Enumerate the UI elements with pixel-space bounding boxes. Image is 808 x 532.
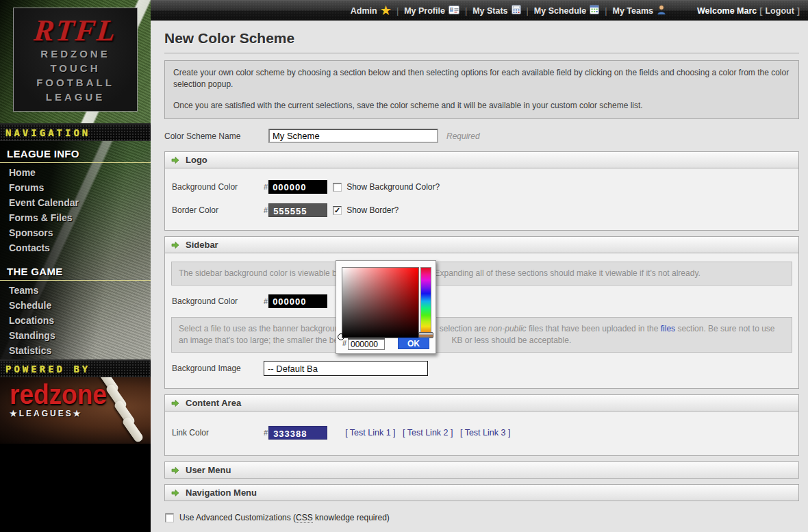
- advanced-customizations-checkbox[interactable]: [165, 514, 174, 522]
- show-border-checkbox[interactable]: ✓: [333, 206, 342, 215]
- topbar-my-teams-label: My Teams: [612, 6, 653, 16]
- section-header-user-menu[interactable]: User Menu: [164, 461, 799, 479]
- background-image-label: Background Image: [172, 364, 264, 373]
- green-arrow-icon: [171, 241, 179, 249]
- vcard-icon: [449, 5, 459, 16]
- top-user-bar: Admin ★ | My Profile | My Stats | My Sch…: [151, 0, 808, 21]
- border-color-label: Border Color: [172, 205, 264, 215]
- welcome-text: Welcome Marc: [697, 6, 757, 16]
- sidebar-heading-league-info: LEAGUE INFO: [0, 146, 151, 163]
- sidebar-item-sponsors[interactable]: Sponsors: [0, 225, 151, 240]
- banner-note-fragment: KB or less should be acceptable.: [451, 335, 571, 345]
- test-links: [ Test Link 1 ] [ Test Link 2 ] [ Test L…: [345, 428, 515, 438]
- checkmark: ✓: [334, 207, 340, 214]
- sidebar-item-locations[interactable]: Locations: [0, 313, 151, 328]
- show-background-color-label: Show Background Color?: [346, 182, 440, 192]
- sidebar-item-contacts[interactable]: Contacts: [0, 240, 151, 255]
- intro-paragraph-1: Create your own color scheme by choosing…: [173, 67, 790, 90]
- section-body-logo: Background Color # 000000 Show Backgroun…: [164, 168, 799, 231]
- sidebar-item-schedule[interactable]: Schedule: [0, 298, 151, 313]
- sidebar-item-teams[interactable]: Teams: [0, 283, 151, 298]
- files-link[interactable]: files: [661, 324, 675, 333]
- intro-paragraph-2: Once you are satisfied with the current …: [173, 100, 790, 112]
- sidebar-item-forums[interactable]: Forums: [0, 180, 151, 195]
- section-header-logo[interactable]: Logo: [164, 151, 799, 168]
- topbar-my-profile[interactable]: My Profile: [404, 5, 459, 16]
- background-image-row: Background Image -- Default Ba: [172, 361, 793, 376]
- show-background-color-checkbox[interactable]: [333, 183, 342, 192]
- powered-by-banner: POWERED BY: [0, 359, 151, 377]
- test-link-1[interactable]: [ Test Link 1 ]: [345, 428, 395, 438]
- section-body-content-area: Link Color # 333388 [ Test Link 1 ] [ Te…: [164, 411, 799, 456]
- section-header-navigation-menu[interactable]: Navigation Menu: [164, 484, 799, 501]
- picker-ok-button[interactable]: OK: [398, 338, 429, 349]
- sidebar-item-standings[interactable]: Standings: [0, 328, 151, 343]
- intro-box: Create your own color scheme by choosing…: [164, 60, 799, 119]
- sidebar-item-home[interactable]: Home: [0, 165, 151, 180]
- sidebar: RTFL REDZONE TOUCH FOOTBALL LEAGUE NAVIG…: [0, 0, 151, 532]
- banner-note-fragment: selection are: [440, 324, 488, 333]
- hue-slider-bar[interactable]: [420, 267, 431, 338]
- navigation-banner: NAVIGATION: [0, 123, 151, 141]
- picker-hex-input[interactable]: [348, 338, 385, 350]
- navigation-banner-text: NAVIGATION: [5, 127, 90, 138]
- banner-note-fragment: Select a file to use as the banner backg…: [179, 324, 344, 333]
- logo-border-color-swatch[interactable]: 555555: [268, 203, 327, 217]
- topbar-my-stats-label: My Stats: [472, 6, 507, 16]
- star-icon: ★: [381, 5, 391, 16]
- logout-bracket: [: [759, 6, 762, 16]
- test-link-3[interactable]: [ Test Link 3 ]: [460, 428, 510, 438]
- link-color-label: Link Color: [172, 428, 264, 438]
- logout-bracket: ]: [797, 6, 800, 16]
- league-logo-line: LEAGUE: [14, 90, 137, 104]
- sidebar-item-event-calendar[interactable]: Event Calendar: [0, 195, 151, 210]
- advanced-customizations-row: Use Advanced Customizations (CSS knowled…: [165, 513, 799, 522]
- logout-link[interactable]: Logout: [765, 6, 794, 16]
- topbar-separator: |: [605, 6, 607, 16]
- css-abbr: CSS: [296, 513, 313, 523]
- topbar-separator: |: [465, 6, 467, 16]
- section-title-user-menu: User Menu: [186, 465, 231, 475]
- green-arrow-icon: [171, 399, 179, 407]
- hex-hash-prefix: #: [264, 429, 268, 437]
- topbar-admin-label: Admin: [351, 6, 377, 16]
- banner-background-note: Select a file to use as the banner backg…: [171, 317, 792, 353]
- test-link-2[interactable]: [ Test Link 2 ]: [403, 428, 453, 438]
- league-logo-line: FOOTBALL: [14, 75, 137, 90]
- show-border-label: Show Border?: [346, 205, 399, 215]
- logo-background-color-swatch[interactable]: 000000: [268, 180, 327, 194]
- topbar-my-stats[interactable]: My Stats: [472, 5, 520, 16]
- powered-by-logo-area: redzone ★LEAGUES★: [0, 377, 151, 444]
- hex-hash-prefix: #: [264, 183, 268, 191]
- sidebar-color-note: The sidebar background color is viewable…: [171, 262, 792, 286]
- color-scheme-name-input[interactable]: [268, 129, 438, 143]
- section-title-navigation-menu: Navigation Menu: [186, 487, 257, 498]
- topbar-my-schedule[interactable]: My Schedule: [534, 5, 599, 16]
- logo-border-color-row: Border Color # 555555 ✓ Show Border?: [172, 203, 793, 218]
- section-header-sidebar[interactable]: Sidebar: [164, 236, 799, 253]
- league-logo-line: TOUCH: [14, 61, 137, 75]
- background-color-label: Background Color: [172, 296, 264, 306]
- required-note: Required: [446, 131, 480, 141]
- main-area: Admin ★ | My Profile | My Stats | My Sch…: [151, 0, 808, 532]
- sidebar-item-statistics[interactable]: Statistics: [0, 343, 151, 358]
- section-title-content-area: Content Area: [186, 398, 241, 408]
- advanced-customizations-label: Use Advanced Customizations (CSS knowled…: [179, 513, 390, 522]
- sidebar-item-forms-files[interactable]: Forms & Files: [0, 210, 151, 225]
- topbar-admin[interactable]: Admin ★: [351, 5, 391, 16]
- background-image-select[interactable]: -- Default Ba: [264, 361, 428, 376]
- topbar-my-teams[interactable]: My Teams: [612, 5, 666, 17]
- calculator-icon: [512, 5, 521, 16]
- league-logo-acronym: RTFL: [12, 15, 139, 47]
- section-title-sidebar: Sidebar: [186, 240, 218, 250]
- page-title: New Color Scheme: [164, 30, 799, 53]
- section-header-content-area[interactable]: Content Area: [164, 394, 799, 411]
- link-color-swatch[interactable]: 333388: [268, 426, 327, 440]
- sidebar-background-color-swatch[interactable]: 000000: [268, 294, 327, 308]
- hex-hash-prefix: #: [264, 206, 268, 214]
- calendar-icon: [590, 5, 599, 16]
- saturation-value-square[interactable]: [342, 267, 419, 338]
- color-scheme-name-row: Color Scheme Name Required: [164, 129, 799, 143]
- hex-hash-prefix: #: [342, 339, 346, 347]
- green-arrow-icon: [171, 489, 179, 497]
